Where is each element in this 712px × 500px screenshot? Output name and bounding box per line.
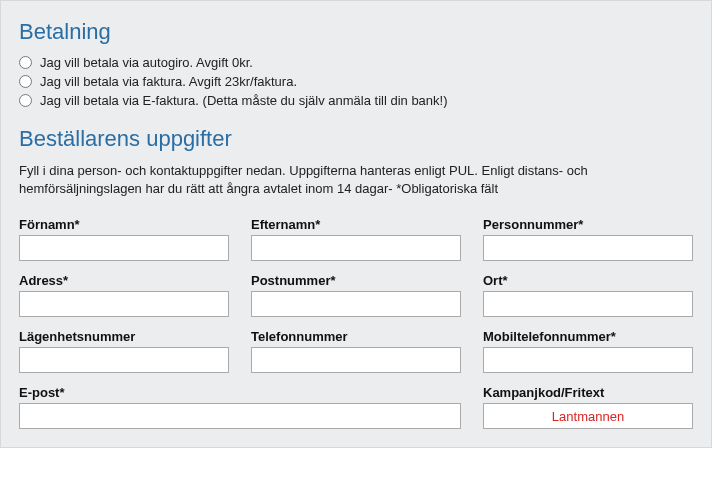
label-ort: Ort* — [483, 273, 693, 288]
label-personnummer: Personnummer* — [483, 217, 693, 232]
label-telefonnummer: Telefonnummer — [251, 329, 461, 344]
input-ort[interactable] — [483, 291, 693, 317]
label-postnummer: Postnummer* — [251, 273, 461, 288]
label-adress: Adress* — [19, 273, 229, 288]
field-personnummer: Personnummer* — [483, 217, 693, 261]
label-lagenhetsnummer: Lägenhetsnummer — [19, 329, 229, 344]
input-telefonnummer[interactable] — [251, 347, 461, 373]
label-kampanjkod: Kampanjkod/Fritext — [483, 385, 693, 400]
payment-option-autogiro: Jag vill betala via autogiro. Avgift 0kr… — [19, 55, 693, 70]
radio-autogiro-label: Jag vill betala via autogiro. Avgift 0kr… — [40, 55, 253, 70]
field-fornamn: Förnamn* — [19, 217, 229, 261]
orderer-description: Fyll i dina person- och kontaktuppgifter… — [19, 162, 693, 197]
input-efternamn[interactable] — [251, 235, 461, 261]
input-personnummer[interactable] — [483, 235, 693, 261]
label-epost: E-post* — [19, 385, 461, 400]
input-mobiltelefonnummer[interactable] — [483, 347, 693, 373]
radio-faktura-label: Jag vill betala via faktura. Avgift 23kr… — [40, 74, 297, 89]
input-kampanjkod[interactable] — [483, 403, 693, 429]
payment-heading: Betalning — [19, 19, 693, 45]
label-efternamn: Efternamn* — [251, 217, 461, 232]
label-mobiltelefonnummer: Mobiltelefonnummer* — [483, 329, 693, 344]
payment-radio-group: Jag vill betala via autogiro. Avgift 0kr… — [19, 55, 693, 108]
payment-option-faktura: Jag vill betala via faktura. Avgift 23kr… — [19, 74, 693, 89]
radio-faktura[interactable] — [19, 75, 32, 88]
radio-efaktura-label: Jag vill betala via E-faktura. (Detta må… — [40, 93, 448, 108]
field-ort: Ort* — [483, 273, 693, 317]
payment-option-efaktura: Jag vill betala via E-faktura. (Detta må… — [19, 93, 693, 108]
field-adress: Adress* — [19, 273, 229, 317]
orderer-heading: Beställarens uppgifter — [19, 126, 693, 152]
field-efternamn: Efternamn* — [251, 217, 461, 261]
input-epost[interactable] — [19, 403, 461, 429]
field-mobiltelefonnummer: Mobiltelefonnummer* — [483, 329, 693, 373]
input-adress[interactable] — [19, 291, 229, 317]
radio-autogiro[interactable] — [19, 56, 32, 69]
field-epost: E-post* — [19, 385, 461, 429]
radio-efaktura[interactable] — [19, 94, 32, 107]
field-kampanjkod: Kampanjkod/Fritext — [483, 385, 693, 429]
input-fornamn[interactable] — [19, 235, 229, 261]
form-page: Betalning Jag vill betala via autogiro. … — [0, 0, 712, 448]
field-telefonnummer: Telefonnummer — [251, 329, 461, 373]
input-postnummer[interactable] — [251, 291, 461, 317]
form-grid: Förnamn* Efternamn* Personnummer* Adress… — [19, 217, 693, 429]
label-fornamn: Förnamn* — [19, 217, 229, 232]
field-postnummer: Postnummer* — [251, 273, 461, 317]
field-lagenhetsnummer: Lägenhetsnummer — [19, 329, 229, 373]
input-lagenhetsnummer[interactable] — [19, 347, 229, 373]
